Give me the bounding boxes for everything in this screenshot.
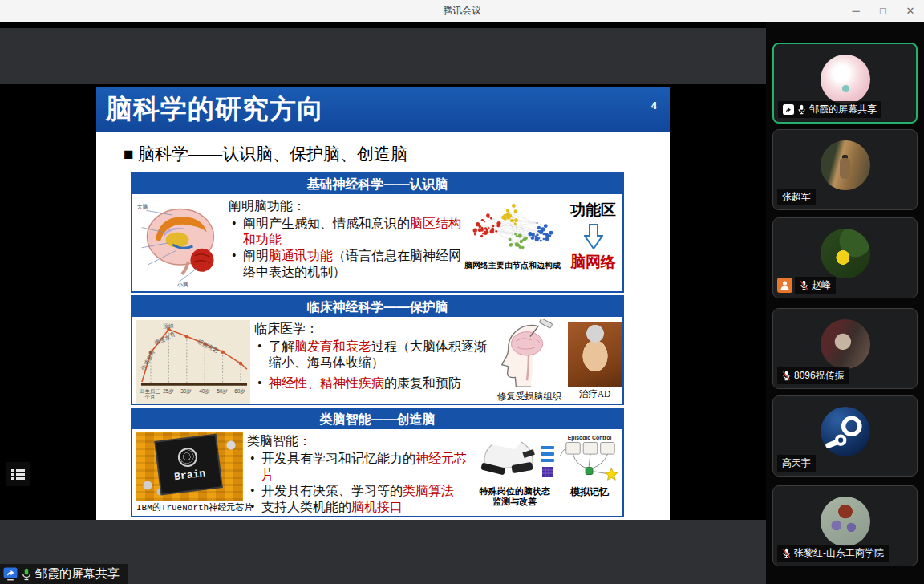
section-basic-neuroscience: 基础神经科学——认识脑 [131, 172, 624, 293]
maximize-button[interactable]: □ [869, 0, 897, 22]
section1-header: 基础神经科学——认识脑 [132, 174, 622, 194]
participant-name-chip: 邹霞的屏幕共享 [778, 101, 881, 118]
section3-text: 类脑智能： 开发具有学习和记忆能力的神经元芯片 开发具有决策、学习等的类脑算法 … [245, 429, 473, 516]
section3-text-head: 类脑智能： [247, 433, 473, 450]
brain-anatomy-figure: 大脑 小脑 [132, 194, 227, 291]
truenorth-chip-figure: Brain IBM的TrueNorth神经元芯片 [132, 429, 245, 516]
ad-caption: 治疗AD [579, 388, 611, 400]
titlebar: 腾讯会议 ─ □ ✕ [0, 0, 924, 22]
chip-word: Brain [173, 468, 206, 484]
avatar [821, 407, 870, 456]
section1-text-head: 阐明脑功能： [229, 198, 461, 215]
avatar [821, 140, 870, 190]
microphone-icon [797, 104, 806, 115]
chip-photo: Brain [136, 432, 243, 501]
section-clinical-neuroscience: 临床神经科学——保护脑 快速发育 缓慢发育 顶峰 缓慢衰老 出生后三个月 25岁 [131, 295, 624, 405]
participant-tile[interactable]: 张黎红-山东工商学院 [772, 485, 918, 566]
shared-screen-area: 脑科学的研究方向 4 ■ 脑科学——认识脑、保护脑、创造脑 基础神经科学——认识… [0, 22, 766, 584]
section3-bullet-2: 开发具有决策、学习等的类脑算法 [245, 483, 473, 499]
brain-swirl-icon [177, 447, 199, 468]
brain-label-cerebellum: 小脑 [177, 281, 188, 287]
window-controls: ─ □ ✕ [842, 0, 924, 22]
participant-name-chip: 8096祝传振 [777, 367, 849, 384]
presenter-screen-band-top [0, 28, 766, 84]
avatar [821, 229, 870, 278]
avatar [821, 319, 870, 369]
avatar [821, 497, 870, 546]
section1-text: 阐明脑功能： 阐明产生感知、情感和意识的脑区结构和功能 阐明脑通讯功能（语言信息… [227, 194, 461, 291]
helmet-caption-line1: 特殊岗位的脑状态 [480, 486, 550, 497]
microphone-muted-icon [782, 371, 791, 381]
participant-name-chip: 张黎红-山东工商学院 [777, 545, 889, 562]
microphone-muted-icon [782, 548, 791, 558]
section-brain-inspired-ai: 类脑智能——创造脑 Brain IBM的TrueNorth神经元芯片 [131, 408, 624, 517]
helmet-caption-line2: 监测与改善 [492, 497, 537, 507]
share-banner-label: 邹霞的屏幕共享 [35, 566, 120, 582]
list-icon [11, 468, 25, 481]
section3-header: 类脑智能——创造脑 [132, 409, 622, 429]
participant-tile[interactable]: 8096祝传振 [772, 308, 918, 389]
participant-tile[interactable]: 赵峰 [772, 217, 918, 298]
participant-tile-sharer[interactable]: 邹霞的屏幕共享 [772, 43, 918, 124]
down-arrow-icon [584, 224, 603, 249]
meeting-window: 腾讯会议 ─ □ ✕ 脑科学的研究方向 4 ■ 脑科学——认识脑、保护脑、创造脑… [0, 0, 924, 584]
window-title: 腾讯会议 [0, 4, 924, 18]
section3-bullet-1: 开发具有学习和记忆能力的神经元芯片 [245, 451, 473, 483]
flow-label-top: 功能区 [570, 200, 616, 221]
flow-label-bottom: 脑网络 [570, 252, 616, 273]
slide-title: 脑科学的研究方向 [96, 87, 670, 131]
episodic-title: Episodic Control [568, 435, 612, 441]
participant-name-chip: 赵峰 [795, 277, 836, 294]
participant-name-chip: 张超军 [777, 189, 816, 205]
presentation-slide: 脑科学的研究方向 4 ■ 脑科学——认识脑、保护脑、创造脑 基础神经科学——认识… [96, 87, 670, 520]
alzheimer-figure: 治疗AD [567, 317, 622, 404]
network-caption: 脑网络主要由节点和边构成 [464, 260, 561, 271]
member-badge-icon [777, 278, 792, 293]
participant-tile[interactable]: 高天宇 [772, 395, 918, 477]
section2-text-head: 临床医学： [254, 321, 492, 338]
brain-label-cerebrum: 大脑 [137, 203, 148, 209]
section2-text: 临床医学： 了解脑发育和衰老过程（大脑体积逐渐缩小、海马体收缩） 神经性、精神性… [253, 317, 492, 404]
screen-share-banner: 邹霞的屏幕共享 [0, 564, 128, 584]
microphone-muted-icon [800, 280, 808, 290]
bci-helmet-figure: 特殊岗位的脑状态 监测与改善 [473, 429, 557, 516]
close-button[interactable]: ✕ [897, 0, 924, 22]
elderly-photo [568, 322, 622, 387]
chart-annotation: 顶峰 [163, 322, 174, 331]
brain-network-figure: 脑网络主要由节点和边构成 [461, 194, 564, 291]
slide-header: 脑科学的研究方向 4 [96, 87, 670, 132]
participant-tile[interactable]: 张超军 [772, 129, 918, 210]
participant-name-chip: 高天宇 [777, 455, 816, 472]
section2-header: 临床神经科学——保护脑 [132, 297, 622, 317]
brain-aging-chart: 快速发育 缓慢发育 顶峰 缓慢衰老 出生后三个月 25岁 30岁 40岁 50岁… [132, 317, 253, 404]
function-flow: 功能区 脑网络 [564, 194, 622, 291]
screen-share-icon [783, 104, 794, 115]
participants-sidebar: 邹霞的屏幕共享 张超军 [766, 22, 924, 584]
steam-logo-avatar [821, 407, 870, 456]
episodic-caption: 模拟记忆 [570, 485, 609, 499]
chip-caption: IBM的TrueNorth神经元芯片 [136, 501, 245, 513]
chart-x-label: 60岁 [228, 388, 252, 394]
microphone-active-icon [21, 568, 32, 581]
slide-subtitle: ■ 脑科学——认识脑、保护脑、创造脑 [124, 143, 670, 165]
repair-caption: 修复受损脑组织 [497, 391, 562, 403]
section2-bullet-2: 神经性、精神性疾病的康复和预防 [253, 375, 492, 391]
brain-repair-figure: 修复受损脑组织 [492, 317, 567, 404]
section2-bullet-1: 了解脑发育和衰老过程（大脑体积逐渐缩小、海马体收缩） [253, 339, 492, 371]
screen-share-icon [3, 567, 18, 581]
agenda-list-button[interactable] [6, 462, 30, 486]
minimize-button[interactable]: ─ [842, 0, 869, 22]
section3-bullet-3: 支持人类机能的脑机接口 [245, 499, 473, 515]
avatar [821, 55, 870, 104]
section1-bullet-2: 阐明脑通讯功能（语言信息在脑神经网络中表达的机制） [227, 248, 461, 280]
section1-bullet-1: 阐明产生感知、情感和意识的脑区结构和功能 [227, 216, 461, 248]
episodic-control-figure: Episodic Control 模拟记忆 [557, 429, 622, 516]
slide-page-number: 4 [651, 99, 657, 112]
